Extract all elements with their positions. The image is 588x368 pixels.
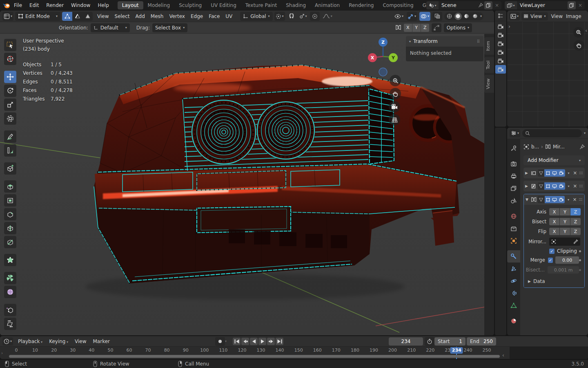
- outliner-camera-item[interactable]: [495, 31, 506, 39]
- expand-arrow-icon[interactable]: ›: [508, 24, 510, 29]
- zoom-icon[interactable]: [573, 27, 584, 38]
- properties-tab-world[interactable]: [507, 210, 520, 222]
- shading-material-icon[interactable]: [463, 13, 470, 20]
- timeline-menu-keying[interactable]: Keying: [46, 339, 71, 344]
- merge-checkbox[interactable]: ✓: [548, 258, 553, 263]
- gizmos-toggle-icon[interactable]: ▾: [407, 12, 417, 21]
- render-toggle[interactable]: [558, 196, 565, 203]
- viewport-menu-face[interactable]: Face: [206, 13, 223, 19]
- scene-selector[interactable]: ▾ Scene ×: [426, 1, 501, 9]
- tool-spin[interactable]: [4, 272, 16, 284]
- drag-handle-icon[interactable]: [579, 197, 583, 202]
- close-icon[interactable]: ×: [576, 2, 585, 8]
- breadcrumb-object[interactable]: b...: [531, 144, 539, 150]
- expand-chevron-icon[interactable]: ▶: [528, 279, 531, 283]
- viewport-menu-uv[interactable]: UV: [223, 13, 235, 19]
- drag-handle-icon[interactable]: [579, 184, 583, 188]
- expand-chevron-icon[interactable]: ▶: [525, 171, 529, 175]
- pan-hand-icon[interactable]: [390, 88, 401, 99]
- add-modifier-button[interactable]: Add Modifier ▾: [523, 155, 585, 165]
- pan-hand-icon[interactable]: [574, 40, 584, 51]
- auto-keyframe-button[interactable]: ▾: [215, 337, 227, 346]
- realtime-toggle[interactable]: [551, 196, 558, 203]
- topbar-menu-edit[interactable]: Edit: [26, 2, 42, 8]
- workspace-tab-sculpting[interactable]: Sculpting: [174, 1, 206, 9]
- image-editor-canvas[interactable]: [507, 22, 588, 127]
- topbar-menu-render[interactable]: Render: [42, 2, 67, 8]
- render-toggle[interactable]: [558, 169, 565, 177]
- tool-inset[interactable]: [4, 194, 16, 206]
- expand-chevron-icon[interactable]: ▶: [525, 184, 529, 188]
- on-cage-toggle[interactable]: [538, 169, 545, 177]
- panel-drag-handle[interactable]: ⠿: [477, 39, 480, 44]
- editor-type-icon[interactable]: ▾: [2, 337, 13, 346]
- merge-threshold-field[interactable]: 0.00: [555, 256, 579, 264]
- pivot-point-dropdown[interactable]: ▾: [274, 12, 285, 21]
- extras-dropdown-icon[interactable]: ▾: [566, 198, 571, 202]
- transport-play-reverse-button[interactable]: [250, 338, 258, 345]
- tool-rotate[interactable]: [4, 85, 16, 97]
- sidebar-tab-tool[interactable]: Tool: [484, 57, 494, 73]
- timeline-ruler[interactable]: 0102030405060708090100110120130140150160…: [0, 347, 588, 359]
- transform-panel-title[interactable]: Transform: [413, 38, 438, 44]
- workspace-tab-layout[interactable]: Layout: [118, 1, 143, 9]
- timeline-menu-view[interactable]: View: [71, 339, 89, 344]
- show-object-types-dropdown[interactable]: ▾: [393, 12, 405, 21]
- viewport-canvas[interactable]: User Perspective (234) body Objects1 / 5…: [0, 34, 484, 335]
- flip-x-button[interactable]: X: [549, 228, 559, 235]
- header-options-chevron[interactable]: ▾: [584, 131, 586, 135]
- drag-dropdown[interactable]: Select Box ▾: [152, 23, 187, 32]
- properties-tab-particles[interactable]: [507, 263, 520, 275]
- workspace-tab-modeling[interactable]: Modeling: [143, 1, 175, 9]
- modifier-row-solidify[interactable]: ▶ ▾ ×: [523, 168, 585, 178]
- tool-measure[interactable]: [4, 144, 16, 157]
- topbar-menu-window[interactable]: Window: [67, 2, 94, 8]
- tool-annotate[interactable]: [4, 130, 16, 143]
- perspective-toggle-icon[interactable]: [389, 114, 400, 126]
- tool-knife[interactable]: [4, 236, 16, 248]
- collapse-arrow-icon[interactable]: ‹: [502, 352, 504, 358]
- shading-rendered-icon[interactable]: [472, 13, 479, 20]
- topbar-menu-file[interactable]: File: [10, 2, 26, 8]
- scene-icon[interactable]: ▾: [426, 1, 439, 9]
- xray-toggle-icon[interactable]: [432, 12, 442, 21]
- workspace-tab-rendering[interactable]: Rendering: [344, 1, 378, 9]
- workspace-tab-animation[interactable]: Animation: [310, 1, 344, 9]
- outliner-camera-item[interactable]: [495, 39, 506, 48]
- current-frame-field[interactable]: 234: [389, 337, 423, 346]
- viewlayer-name[interactable]: ViewLayer: [517, 2, 568, 8]
- properties-tab-physics[interactable]: [507, 275, 520, 287]
- image-editor-menu-image[interactable]: Image: [564, 13, 583, 19]
- properties-tab-data[interactable]: [507, 299, 520, 312]
- clipping-checkbox[interactable]: ✓: [549, 249, 555, 254]
- flip-z-button[interactable]: Z: [570, 228, 581, 235]
- tool-select-box[interactable]: [4, 39, 16, 51]
- proportional-edit-icon[interactable]: [310, 12, 320, 21]
- animate-decorator[interactable]: [579, 259, 581, 261]
- outliner-camera-item[interactable]: [495, 65, 506, 74]
- snap-magnet-icon[interactable]: [287, 12, 296, 21]
- edit-mode-toggle[interactable]: [544, 182, 551, 190]
- camera-view-icon[interactable]: [389, 101, 400, 112]
- tool-loop-cut[interactable]: [4, 222, 16, 234]
- transport-jump-end-button[interactable]: [276, 338, 283, 345]
- remove-modifier-icon[interactable]: ×: [572, 170, 578, 176]
- properties-tab-constraints[interactable]: [507, 287, 520, 299]
- workspace-tab-uv-editing[interactable]: UV Editing: [206, 1, 241, 9]
- expand-arrow-icon[interactable]: ›: [1, 351, 3, 355]
- snap-base-icon[interactable]: [432, 23, 441, 32]
- tool-transform[interactable]: [4, 112, 16, 125]
- overlays-toggle-icon[interactable]: ▾: [419, 12, 430, 21]
- mirror-axis-button-y[interactable]: Y: [412, 24, 421, 32]
- viewport-menu-view[interactable]: View: [94, 13, 111, 19]
- tool-cursor[interactable]: [4, 53, 16, 65]
- viewport-menu-mesh[interactable]: Mesh: [148, 13, 167, 19]
- tool-bevel[interactable]: [4, 208, 16, 220]
- properties-tab-material[interactable]: [507, 315, 520, 327]
- workspace-tab-compositing[interactable]: Compositing: [378, 1, 418, 9]
- edit-mode-toggle[interactable]: [544, 169, 551, 177]
- workspace-tab-texture-paint[interactable]: Texture Paint: [241, 1, 281, 9]
- viewlayer-icon[interactable]: ▾: [505, 1, 517, 9]
- properties-tab-output[interactable]: [507, 170, 520, 182]
- collapse-arrow-icon[interactable]: ‹: [585, 28, 587, 34]
